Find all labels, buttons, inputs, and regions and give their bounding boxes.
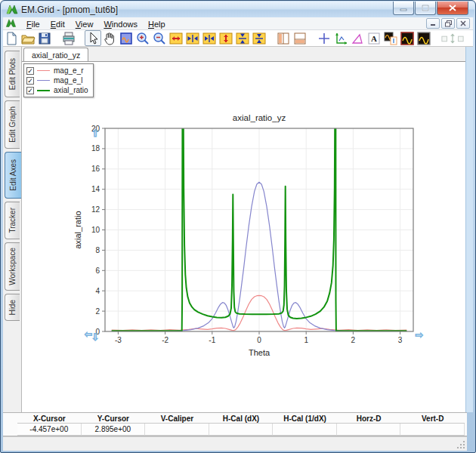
side-tab-strip: Edit PlotsEdit GraphEdit AxesTrackerWork… bbox=[3, 47, 21, 412]
cursor-value-cell bbox=[273, 424, 337, 436]
copy-graph-button[interactable] bbox=[382, 30, 399, 46]
zoom-window-button[interactable] bbox=[118, 30, 134, 46]
y-tick-label: 14 bbox=[91, 185, 100, 193]
minimize-button[interactable] bbox=[393, 2, 414, 15]
minimize-icon bbox=[430, 20, 436, 26]
link-vertical-button[interactable] bbox=[440, 30, 465, 46]
right-gutter bbox=[465, 47, 473, 412]
axis-handle-icon[interactable]: ⇧ bbox=[91, 128, 100, 139]
axis-handle-icon[interactable]: ⇦ bbox=[85, 328, 93, 340]
resize-grip-icon[interactable] bbox=[456, 440, 465, 449]
axis-handle-icon[interactable]: ⇨ bbox=[416, 329, 424, 341]
menu-help[interactable]: Help bbox=[143, 19, 171, 29]
maximize-button[interactable] bbox=[415, 2, 436, 15]
sidebar-tab-label: Edit Graph bbox=[8, 106, 17, 143]
sidebar-tab-tracker[interactable]: Tracker bbox=[5, 202, 20, 239]
title-bar[interactable]: EM.Grid - [pmom_tut6b] bbox=[2, 2, 474, 17]
menu-windows[interactable]: Windows bbox=[98, 19, 143, 29]
cursor-col-header: Y-Cursor bbox=[82, 414, 146, 424]
zoom-box-icon bbox=[119, 31, 134, 46]
app-logo-icon bbox=[6, 4, 18, 16]
legend-label: axial_ratio bbox=[54, 86, 88, 94]
cursor-value-cell bbox=[145, 424, 209, 436]
cursor-col-header: H-Cal (1/dX) bbox=[273, 414, 337, 424]
select-pointer-button[interactable] bbox=[85, 30, 101, 46]
cross-cursor-button[interactable] bbox=[316, 30, 332, 46]
new-file-button[interactable] bbox=[3, 30, 20, 46]
y-tick-label: 16 bbox=[91, 165, 100, 173]
y-tick-label: 12 bbox=[91, 205, 100, 214]
cursor-col-header: Vert-D bbox=[400, 414, 465, 424]
close-button[interactable] bbox=[437, 2, 468, 15]
full-scale-y-button[interactable] bbox=[218, 30, 234, 46]
cursor-value-cell: 2.895e+00 bbox=[82, 424, 146, 436]
document-tab-axial_ratio_yz[interactable]: axial_ratio_yz bbox=[23, 48, 88, 61]
split-vertical-button[interactable] bbox=[275, 30, 292, 46]
text-annotation-button[interactable]: A bbox=[366, 30, 382, 46]
x-full-scale-icon bbox=[168, 31, 184, 46]
print-button[interactable] bbox=[60, 30, 77, 46]
chart-title: axial_ratio_yz bbox=[233, 113, 286, 122]
y-tick-label: 8 bbox=[95, 246, 100, 254]
compress-x-button[interactable] bbox=[201, 30, 218, 46]
cursor-col-header: V-Caliper bbox=[145, 414, 209, 424]
caliper-triangle-button[interactable] bbox=[349, 30, 366, 46]
x-tick-label: -2 bbox=[162, 336, 168, 344]
sidebar-tab-label: Tracker bbox=[8, 208, 17, 233]
axes-marker-button[interactable] bbox=[332, 30, 349, 46]
legend-checkbox[interactable]: ✓ bbox=[26, 77, 34, 85]
dark-plot2-button[interactable] bbox=[416, 30, 432, 46]
cursor-col-header: H-Cal (dX) bbox=[209, 414, 274, 424]
dark-plot-button[interactable] bbox=[399, 30, 416, 46]
document-tab-strip: axial_ratio_yz bbox=[22, 47, 467, 61]
zoom-in-button[interactable] bbox=[134, 30, 151, 46]
sidebar-tab-label: Edit Axes bbox=[9, 159, 17, 191]
sidebar-tab-edit-axes[interactable]: Edit Axes bbox=[5, 152, 21, 199]
sidebar-tab-edit-plots[interactable]: Edit Plots bbox=[5, 51, 20, 97]
menu-file[interactable]: File bbox=[21, 19, 45, 29]
pan-hand-button[interactable] bbox=[101, 30, 118, 46]
zoom-in-icon bbox=[135, 31, 150, 46]
x-tick-label: 1 bbox=[304, 336, 308, 344]
split-horizontal-icon bbox=[292, 31, 308, 46]
menu-view[interactable]: View bbox=[70, 19, 99, 29]
sidebar-tab-hide[interactable]: Hide bbox=[5, 294, 20, 321]
legend-checkbox[interactable]: ✓ bbox=[26, 67, 34, 75]
expand-y-button[interactable] bbox=[234, 30, 251, 46]
chart-svg[interactable]: -3-2-1012302468101214161820axial_ratio_y… bbox=[73, 111, 436, 362]
zoom-out-icon bbox=[152, 31, 167, 46]
mdi-close-button[interactable] bbox=[456, 18, 470, 29]
full-scale-x-button[interactable] bbox=[168, 30, 184, 46]
y-axis-label: axial_ratio bbox=[73, 211, 82, 248]
sidebar-tab-edit-graph[interactable]: Edit Graph bbox=[5, 100, 20, 149]
y-full-scale-icon bbox=[218, 31, 233, 46]
cursor-value-cell: -4.457e+00 bbox=[17, 424, 82, 436]
new-file-icon bbox=[4, 31, 19, 46]
sidebar-tab-label: Hide bbox=[8, 300, 17, 316]
legend-line-sample bbox=[37, 80, 50, 81]
menu-edit[interactable]: Edit bbox=[45, 19, 70, 29]
sidebar-tab-workspace[interactable]: Workspace bbox=[5, 242, 20, 291]
split-horizontal-button[interactable] bbox=[292, 30, 308, 46]
svg-text:A: A bbox=[371, 34, 377, 43]
content-area: axial_ratio_yz ✓mag_e_r✓mag_e_l✓axial_ra… bbox=[21, 47, 467, 412]
legend-checkbox[interactable]: ✓ bbox=[26, 87, 34, 94]
copy-graph-icon bbox=[383, 31, 398, 46]
triangle-icon bbox=[350, 31, 365, 46]
save-floppy-icon bbox=[37, 31, 52, 46]
compress-y-button[interactable] bbox=[251, 30, 267, 46]
split-vertical-icon bbox=[276, 31, 291, 46]
y-compress-icon bbox=[252, 31, 267, 46]
dark-plot-red-icon bbox=[400, 31, 415, 46]
y-tick-label: 18 bbox=[91, 144, 100, 153]
zoom-out-button[interactable] bbox=[151, 30, 168, 46]
sidebar-tab-label: Edit Plots bbox=[8, 58, 17, 90]
mdi-minimize-button[interactable] bbox=[426, 18, 440, 29]
expand-x-button[interactable] bbox=[184, 30, 201, 46]
open-file-button[interactable] bbox=[20, 30, 36, 46]
plot-canvas: ✓mag_e_r✓mag_e_l✓axial_ratio -3-2-101230… bbox=[22, 61, 467, 412]
save-button[interactable] bbox=[36, 30, 53, 46]
mdi-restore-button[interactable] bbox=[441, 18, 455, 29]
link-vertical-icon bbox=[440, 31, 465, 46]
y-tick-label: 4 bbox=[95, 287, 100, 295]
